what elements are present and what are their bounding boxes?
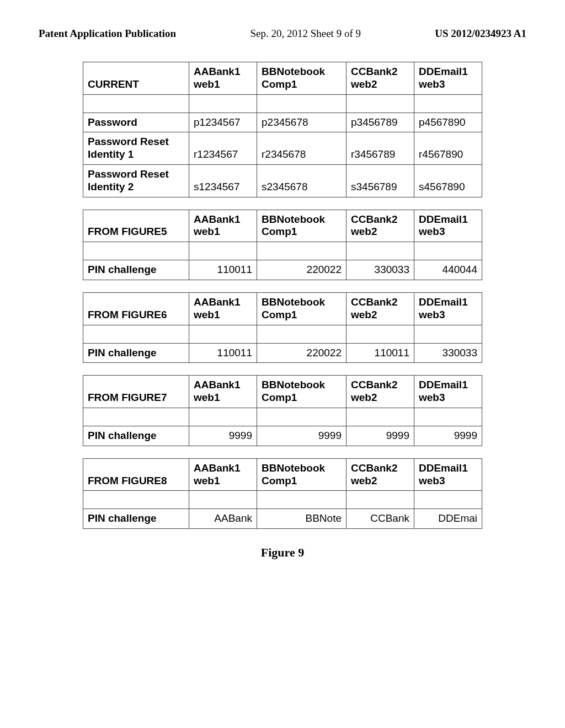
cell: 110011 bbox=[347, 343, 414, 363]
col-header: CCBank2web2 bbox=[347, 210, 414, 242]
row-label: PIN challenge bbox=[83, 260, 189, 280]
table-title: CURRENT bbox=[83, 62, 189, 95]
cell: 220022 bbox=[257, 260, 347, 280]
table-figure5: FROM FIGURE5 AABank1web1 BBNotebookComp1… bbox=[83, 210, 482, 280]
col-header: AABank1web1 bbox=[189, 62, 257, 95]
table-row: PIN challenge 110011 220022 330033 44004… bbox=[83, 260, 482, 280]
header-left: Patent Application Publication bbox=[39, 28, 176, 40]
table-row: PIN challenge 110011 220022 110011 33003… bbox=[83, 343, 482, 363]
cell: CCBank bbox=[347, 509, 414, 529]
table-title: FROM FIGURE5 bbox=[83, 210, 189, 242]
cell: s3456789 bbox=[347, 164, 414, 197]
col-header: DDEmail1web3 bbox=[414, 292, 482, 325]
col-header: BBNotebookComp1 bbox=[257, 458, 347, 491]
cell: r2345678 bbox=[257, 132, 347, 165]
cell: r3456789 bbox=[347, 132, 414, 165]
cell: 220022 bbox=[257, 343, 347, 363]
table-row: PIN challenge 9999 9999 9999 9999 bbox=[83, 426, 482, 446]
cell: r4567890 bbox=[414, 132, 482, 165]
row-label: Password ResetIdentity 2 bbox=[83, 164, 189, 197]
header-center: Sep. 20, 2012 Sheet 9 of 9 bbox=[250, 28, 361, 40]
cell: 110011 bbox=[189, 260, 257, 280]
figure-caption: Figure 9 bbox=[0, 545, 565, 560]
col-header: AABank1web1 bbox=[189, 376, 257, 408]
col-header: CCBank2web2 bbox=[347, 62, 414, 95]
table-title: FROM FIGURE7 bbox=[83, 376, 189, 408]
header-right: US 2012/0234923 A1 bbox=[435, 28, 526, 40]
table-row: Password p1234567 p2345678 p3456789 p456… bbox=[83, 113, 482, 132]
cell: 9999 bbox=[347, 426, 414, 446]
col-header: CCBank2web2 bbox=[347, 458, 414, 491]
col-header: BBNotebookComp1 bbox=[257, 210, 347, 242]
col-header: CCBank2web2 bbox=[347, 376, 414, 408]
spacer-row bbox=[83, 242, 482, 260]
row-label: PIN challenge bbox=[83, 426, 189, 446]
col-header: BBNotebookComp1 bbox=[257, 62, 347, 95]
cell: s4567890 bbox=[414, 164, 482, 197]
col-header: AABank1web1 bbox=[189, 292, 257, 325]
page-header: Patent Application Publication Sep. 20, … bbox=[0, 0, 565, 40]
cell: 330033 bbox=[414, 343, 482, 363]
table-title: FROM FIGURE6 bbox=[83, 292, 189, 325]
table-row: Password ResetIdentity 1 r1234567 r23456… bbox=[83, 132, 482, 165]
col-header: BBNotebookComp1 bbox=[257, 292, 347, 325]
table-title: FROM FIGURE8 bbox=[83, 458, 189, 491]
col-header: DDEmail1web3 bbox=[414, 62, 482, 95]
col-header: DDEmail1web3 bbox=[414, 458, 482, 491]
cell: 9999 bbox=[414, 426, 482, 446]
cell: s2345678 bbox=[257, 164, 347, 197]
spacer-row bbox=[83, 408, 482, 426]
col-header: AABank1web1 bbox=[189, 210, 257, 242]
cell: BBNote bbox=[257, 509, 347, 529]
cell: p2345678 bbox=[257, 113, 347, 132]
cell: p3456789 bbox=[347, 113, 414, 132]
table-row: PIN challenge AABank BBNote CCBank DDEma… bbox=[83, 509, 482, 529]
row-label: PIN challenge bbox=[83, 509, 189, 529]
table-row: Password ResetIdentity 2 s1234567 s23456… bbox=[83, 164, 482, 197]
spacer-row bbox=[83, 94, 482, 113]
col-header: DDEmail1web3 bbox=[414, 376, 482, 408]
content-area: CURRENT AABank1web1 BBNotebookComp1 CCBa… bbox=[0, 40, 565, 560]
cell: 110011 bbox=[189, 343, 257, 363]
row-label: PIN challenge bbox=[83, 343, 189, 363]
cell: p1234567 bbox=[189, 113, 257, 132]
cell: 9999 bbox=[189, 426, 257, 446]
cell: DDEmai bbox=[414, 509, 482, 529]
cell: 440044 bbox=[414, 260, 482, 280]
table-current: CURRENT AABank1web1 BBNotebookComp1 CCBa… bbox=[83, 62, 482, 197]
table-figure7: FROM FIGURE7 AABank1web1 BBNotebookComp1… bbox=[83, 375, 482, 446]
col-header: AABank1web1 bbox=[189, 458, 257, 491]
spacer-row bbox=[83, 491, 482, 509]
row-label: Password ResetIdentity 1 bbox=[83, 132, 189, 165]
spacer-row bbox=[83, 325, 482, 343]
cell: AABank bbox=[189, 509, 257, 529]
col-header: CCBank2web2 bbox=[347, 292, 414, 325]
cell: 9999 bbox=[257, 426, 347, 446]
cell: s1234567 bbox=[189, 164, 257, 197]
table-figure6: FROM FIGURE6 AABank1web1 BBNotebookComp1… bbox=[83, 292, 482, 363]
col-header: BBNotebookComp1 bbox=[257, 376, 347, 408]
cell: 330033 bbox=[347, 260, 414, 280]
table-figure8: FROM FIGURE8 AABank1web1 BBNotebookComp1… bbox=[83, 458, 482, 529]
row-label: Password bbox=[83, 113, 189, 132]
cell: r1234567 bbox=[189, 132, 257, 165]
col-header: DDEmail1web3 bbox=[414, 210, 482, 242]
cell: p4567890 bbox=[414, 113, 482, 132]
